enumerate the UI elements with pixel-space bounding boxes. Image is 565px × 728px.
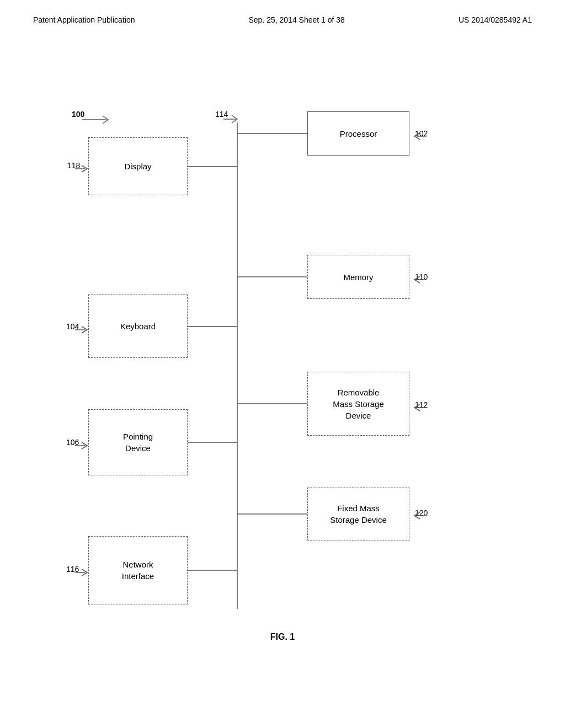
display-ref-arrow xyxy=(75,163,92,174)
processor-ref-arrow xyxy=(411,131,427,142)
diagram-area: 100 114 Display 118 Keyboard 104 Pointin… xyxy=(0,24,565,675)
diagram-title-arrow xyxy=(82,111,115,128)
processor-box: Processor xyxy=(307,111,409,156)
fixed-storage-box: Fixed Mass Storage Device xyxy=(307,488,409,540)
removable-storage-box: Removable Mass Storage Device xyxy=(307,372,409,436)
page-header: Patent Application Publication Sep. 25, … xyxy=(0,0,565,24)
header-left: Patent Application Publication xyxy=(33,15,135,24)
header-center: Sep. 25, 2014 Sheet 1 of 38 xyxy=(248,15,344,24)
memory-ref-arrow xyxy=(411,274,427,285)
display-box: Display xyxy=(88,137,188,195)
fig-label: FIG. 1 xyxy=(270,632,295,642)
network-ref-arrow xyxy=(75,567,92,578)
keyboard-box: Keyboard xyxy=(88,295,188,358)
memory-box: Memory xyxy=(307,255,409,299)
pointing-device-box: Pointing Device xyxy=(88,409,188,475)
fixed-ref-arrow xyxy=(411,510,427,521)
pointing-ref-arrow xyxy=(75,440,92,451)
keyboard-ref-arrow xyxy=(75,324,92,335)
network-interface-box: Network Interface xyxy=(88,536,188,604)
bus-ref-arrow xyxy=(223,113,246,126)
header-right: US 2014/0285492 A1 xyxy=(459,15,532,24)
removable-ref-arrow xyxy=(411,402,427,413)
